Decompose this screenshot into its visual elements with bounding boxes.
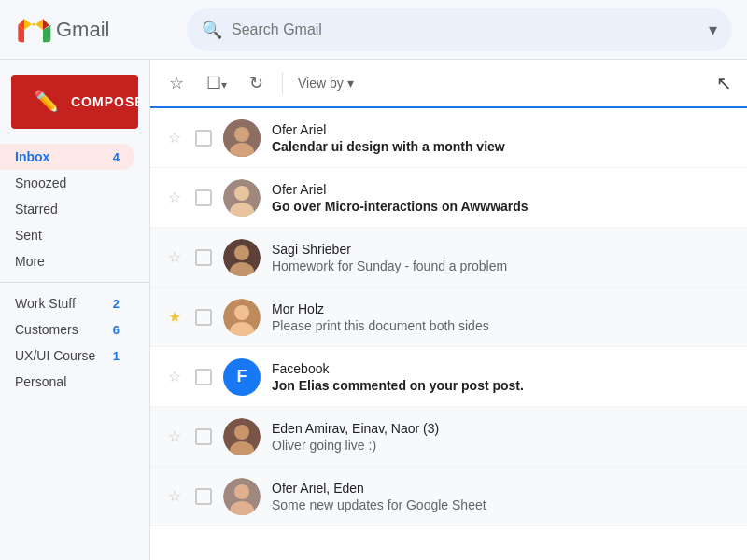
star-icon[interactable]: ☆: [165, 189, 184, 206]
sidebar-item-sent[interactable]: Sent: [0, 222, 134, 248]
sidebar-more-label: More: [15, 254, 120, 269]
checkbox[interactable]: [195, 428, 212, 445]
star-icon[interactable]: ★: [165, 308, 184, 326]
email-sender: Ofer Ariel: [272, 122, 732, 137]
email-subject: Please print this document both sides: [272, 318, 732, 333]
avatar: [223, 119, 261, 157]
compose-label: COMPOSE: [71, 94, 145, 109]
sidebar-item-more[interactable]: More: [0, 248, 134, 274]
sidebar-item-customers[interactable]: Customers 6: [0, 316, 134, 343]
sidebar-personal-label: Personal: [15, 374, 120, 389]
view-by-dropdown-icon: ▾: [347, 76, 354, 91]
sidebar-sent-label: Sent: [15, 228, 120, 243]
sidebar-item-ux-ui-course[interactable]: UX/UI Course 1: [0, 343, 134, 369]
sidebar-ux-ui-label: UX/UI Course: [15, 348, 113, 363]
sidebar-item-inbox[interactable]: Inbox 4: [0, 144, 134, 170]
checkbox[interactable]: [195, 249, 212, 266]
avatar: F: [223, 358, 261, 396]
email-row[interactable]: ☆ Ofer Ariel Calendar ui design with a m…: [150, 108, 747, 168]
view-by-label: View by: [298, 76, 344, 91]
view-by-button[interactable]: View by ▾: [298, 76, 354, 91]
email-content: Ofer Ariel Go over Micro-interactions on…: [272, 182, 732, 214]
avatar-face: [223, 119, 261, 157]
avatar-face: [223, 299, 261, 336]
email-subject: Go over Micro-interactions on Awwwards: [272, 199, 732, 214]
svg-point-10: [234, 305, 249, 320]
header: Gmail 🔍 ▾: [0, 0, 747, 60]
email-row[interactable]: ☆ Ofer Ariel Go over Micro-interactions …: [150, 168, 747, 228]
email-sender: Eden Amirav, Einav, Naor (3): [272, 421, 732, 436]
cursor-icon: ↖: [716, 72, 732, 94]
checkbox[interactable]: [195, 488, 212, 505]
sidebar-item-snoozed[interactable]: Snoozed: [0, 170, 134, 196]
svg-point-16: [234, 484, 249, 499]
star-icon[interactable]: ☆: [165, 368, 184, 385]
email-content: Ofer Ariel Calendar ui design with a mon…: [272, 122, 732, 154]
refresh-icon[interactable]: ↻: [246, 69, 267, 97]
checkbox[interactable]: [195, 189, 212, 206]
email-sender: Sagi Shrieber: [272, 242, 732, 257]
email-subject: Calendar ui design with a month view: [272, 139, 732, 154]
sidebar-starred-label: Starred: [15, 202, 120, 217]
email-sender: Ofer Ariel, Eden: [272, 481, 732, 496]
compose-button[interactable]: ✏️ COMPOSE: [11, 75, 138, 129]
avatar: [223, 239, 261, 276]
email-content: Eden Amirav, Einav, Naor (3) Oliver goin…: [272, 421, 732, 453]
svg-point-1: [234, 127, 249, 142]
checkbox[interactable]: [195, 309, 212, 326]
avatar-face: [223, 478, 261, 515]
search-dropdown-icon[interactable]: ▾: [709, 20, 717, 40]
sidebar-customers-label: Customers: [15, 322, 113, 337]
search-icon: 🔍: [202, 20, 222, 40]
star-icon[interactable]: ☆: [165, 487, 184, 505]
email-sender: Facebook: [272, 361, 732, 376]
email-row[interactable]: ☆ Eden Amirav, Einav, Naor (3) Oliver go…: [150, 407, 747, 467]
star-icon[interactable]: ☆: [165, 129, 184, 147]
email-sender: Mor Holz: [272, 301, 732, 316]
email-sender: Ofer Ariel: [272, 182, 732, 197]
sidebar-item-starred[interactable]: Starred: [0, 196, 134, 222]
email-row[interactable]: ☆ Sagi Shrieber Homework for Sunday - fo…: [150, 228, 747, 287]
main-layout: ✏️ COMPOSE Inbox 4 Snoozed Starred Sent …: [0, 60, 747, 560]
checkbox[interactable]: [195, 369, 212, 385]
search-bar[interactable]: 🔍 ▾: [187, 8, 732, 51]
sidebar-work-stuff-badge: 2: [113, 297, 120, 311]
avatar-face: [223, 179, 261, 217]
compose-plus-icon: ✏️: [34, 90, 60, 114]
sidebar-customers-badge: 6: [113, 323, 120, 337]
email-content: Mor Holz Please print this document both…: [272, 301, 732, 333]
avatar: [223, 478, 261, 515]
star-icon[interactable]: ☆: [165, 427, 184, 445]
sidebar-work-stuff-label: Work Stuff: [15, 296, 113, 311]
email-subject: Homework for Sunday - found a problem: [272, 259, 732, 273]
avatar-face: [223, 418, 261, 455]
email-row[interactable]: ☆ Ofer Ariel, Eden Some new updates for …: [150, 467, 747, 526]
svg-point-13: [234, 425, 249, 440]
sidebar-item-work-stuff[interactable]: Work Stuff 2: [0, 290, 134, 316]
email-content: Ofer Ariel, Eden Some new updates for Go…: [272, 481, 732, 512]
sidebar: ✏️ COMPOSE Inbox 4 Snoozed Starred Sent …: [0, 60, 149, 560]
email-content: Sagi Shrieber Homework for Sunday - foun…: [272, 242, 732, 273]
avatar: [223, 299, 261, 336]
toolbar: ☆ ☐▾ ↻ View by ▾ ↖: [150, 60, 747, 108]
avatar-face: [223, 239, 261, 276]
star-toolbar-icon[interactable]: ☆: [165, 69, 188, 97]
avatar: [223, 179, 261, 217]
sidebar-item-personal[interactable]: Personal: [0, 369, 134, 395]
checkbox[interactable]: [195, 130, 212, 147]
sidebar-ux-ui-badge: 1: [113, 349, 120, 363]
email-row[interactable]: ★ Mor Holz Please print this document bo…: [150, 287, 747, 347]
sidebar-divider: [0, 282, 149, 283]
select-all-icon[interactable]: ☐▾: [203, 69, 231, 97]
toolbar-divider: [282, 72, 283, 94]
email-subject: Some new updates for Google Sheet: [272, 497, 732, 512]
email-subject: Oliver going live :): [272, 438, 732, 453]
gmail-logo-icon: [15, 11, 52, 49]
search-input[interactable]: [232, 21, 699, 38]
logo-text: Gmail: [56, 18, 109, 42]
email-row[interactable]: ☆ F Facebook Jon Elias commented on your…: [150, 347, 747, 407]
avatar: [223, 418, 261, 455]
star-icon[interactable]: ☆: [165, 248, 184, 266]
email-content: Facebook Jon Elias commented on your pos…: [272, 361, 732, 393]
main-content: ☆ ☐▾ ↻ View by ▾ ↖ ☆: [149, 60, 747, 560]
